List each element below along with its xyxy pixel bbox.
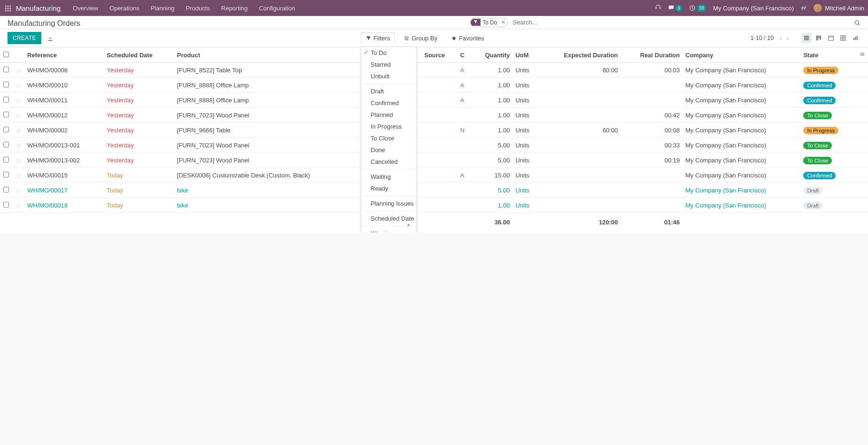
cell-uom: Units bbox=[512, 108, 539, 123]
menu-configuration[interactable]: Configuration bbox=[254, 2, 300, 15]
table-row[interactable]: ☆WH/MO/00012Yesterday[FURN_7023] Wood Pa… bbox=[0, 108, 868, 123]
cell-state: To Close bbox=[800, 108, 856, 123]
debug-icon[interactable] bbox=[800, 5, 807, 11]
support-icon[interactable] bbox=[655, 5, 661, 11]
star-icon[interactable]: ☆ bbox=[16, 172, 22, 179]
filter-item[interactable]: Warnings bbox=[361, 228, 417, 233]
cell-reference: WH/MO/00018 bbox=[24, 198, 104, 213]
app-brand[interactable]: Manufacturing bbox=[16, 4, 61, 12]
table-row[interactable]: ☆WH/MO/00015Today[DESK0006] Customizable… bbox=[0, 168, 868, 183]
row-checkbox[interactable] bbox=[3, 97, 9, 102]
row-checkbox[interactable] bbox=[3, 67, 9, 72]
favorites-toggle[interactable]: Favorites bbox=[446, 32, 489, 44]
star-icon[interactable]: ☆ bbox=[16, 67, 22, 74]
filter-item[interactable]: Ready bbox=[361, 183, 417, 194]
row-checkbox[interactable] bbox=[3, 112, 9, 117]
messages-icon[interactable]: 9 bbox=[668, 5, 683, 12]
filter-item[interactable]: Confirmed bbox=[361, 97, 417, 109]
star-icon[interactable]: ☆ bbox=[16, 127, 22, 134]
col-uom[interactable]: UoM bbox=[512, 47, 539, 63]
menu-planning[interactable]: Planning bbox=[146, 2, 179, 15]
table-row[interactable]: ☆WH/MO/00013-001Yesterday[FURN_7023] Woo… bbox=[0, 138, 868, 153]
cell-real bbox=[620, 78, 682, 93]
star-icon[interactable]: ☆ bbox=[16, 187, 22, 194]
col-source[interactable]: Source bbox=[421, 47, 457, 63]
table-row[interactable]: ☆WH/MO/00002Yesterday[FURN_9666] TableN1… bbox=[0, 123, 868, 138]
state-badge: Draft bbox=[803, 202, 822, 209]
apps-icon[interactable] bbox=[4, 4, 12, 12]
menu-overview[interactable]: Overview bbox=[68, 2, 103, 15]
star-icon[interactable]: ☆ bbox=[16, 142, 22, 149]
create-button[interactable]: CREATE bbox=[8, 32, 41, 44]
filter-item[interactable]: In Progress bbox=[361, 121, 417, 132]
col-quantity[interactable]: Quantity bbox=[471, 47, 512, 63]
row-checkbox[interactable] bbox=[3, 127, 9, 132]
table-row[interactable]: ☆WH/MO/00018Todaybike1.00UnitsMy Company… bbox=[0, 198, 868, 213]
view-list-icon[interactable] bbox=[801, 33, 812, 43]
optional-columns-toggle[interactable] bbox=[856, 47, 868, 63]
user-menu[interactable]: Mitchell Admin bbox=[814, 4, 864, 12]
filter-item[interactable]: Planning Issues bbox=[361, 198, 417, 209]
select-all-checkbox[interactable] bbox=[3, 52, 9, 57]
view-pivot-icon[interactable] bbox=[838, 33, 848, 43]
filter-item[interactable]: Unbuilt bbox=[361, 70, 417, 82]
view-calendar-icon[interactable] bbox=[826, 33, 836, 43]
cell-product: [FURN_7023] Wood Panel bbox=[174, 153, 364, 168]
search-icon[interactable] bbox=[854, 18, 860, 26]
col-reference[interactable]: Reference bbox=[24, 47, 104, 63]
star-icon[interactable]: ☆ bbox=[16, 97, 22, 104]
menu-reporting[interactable]: Reporting bbox=[217, 2, 252, 15]
filter-item[interactable]: To Do bbox=[361, 47, 417, 59]
company-switcher[interactable]: My Company (San Francisco) bbox=[713, 5, 794, 12]
messages-badge: 9 bbox=[675, 5, 683, 12]
state-badge: To Close bbox=[803, 157, 832, 164]
filter-item[interactable]: Cancelled bbox=[361, 156, 417, 168]
state-badge: Confirmed bbox=[803, 172, 836, 179]
star-icon[interactable]: ☆ bbox=[16, 82, 22, 89]
pager-text[interactable]: 1-10 / 10 bbox=[751, 35, 774, 41]
row-checkbox[interactable] bbox=[3, 202, 9, 207]
col-real[interactable]: Real Duration bbox=[620, 47, 682, 63]
col-scheduled[interactable]: Scheduled Date bbox=[104, 47, 174, 63]
col-company[interactable]: Company bbox=[682, 47, 800, 63]
row-checkbox[interactable] bbox=[3, 142, 9, 147]
pager-prev[interactable]: ‹ bbox=[778, 34, 783, 42]
cell-availability bbox=[457, 153, 471, 168]
search-facet-remove[interactable]: ✕ bbox=[500, 19, 508, 25]
col-product[interactable]: Product bbox=[174, 47, 364, 63]
filters-toggle[interactable]: Filters bbox=[361, 32, 395, 44]
filter-item[interactable]: Waiting bbox=[361, 171, 417, 183]
table-row[interactable]: ☆WH/MO/00008Yesterday[FURN_8522] Table T… bbox=[0, 63, 868, 78]
col-expected[interactable]: Expected Duration bbox=[539, 47, 620, 63]
view-graph-icon[interactable] bbox=[850, 33, 860, 43]
star-icon[interactable]: ☆ bbox=[16, 202, 22, 209]
menu-products[interactable]: Products bbox=[181, 2, 214, 15]
filter-item[interactable]: Starred bbox=[361, 59, 417, 70]
filter-item[interactable]: To Close bbox=[361, 132, 417, 144]
filter-item[interactable]: Planned bbox=[361, 109, 417, 121]
table-row[interactable]: ☆WH/MO/00013-002Yesterday[FURN_7023] Woo… bbox=[0, 153, 868, 168]
cell-scheduled: Today bbox=[104, 198, 174, 213]
row-checkbox[interactable] bbox=[3, 82, 9, 87]
col-component[interactable]: C bbox=[457, 47, 471, 63]
import-button[interactable] bbox=[47, 34, 54, 42]
table-row[interactable]: ☆WH/MO/00010Yesterday[FURN_8888] Office … bbox=[0, 78, 868, 93]
star-icon[interactable]: ☆ bbox=[16, 112, 22, 119]
activities-icon[interactable]: 38 bbox=[689, 5, 706, 12]
pager-next[interactable]: › bbox=[785, 34, 790, 42]
filter-item[interactable]: Done bbox=[361, 144, 417, 156]
groupby-toggle[interactable]: Group By bbox=[399, 32, 442, 44]
star-icon[interactable]: ☆ bbox=[16, 157, 22, 164]
col-state[interactable]: State bbox=[800, 47, 856, 63]
row-checkbox[interactable] bbox=[3, 187, 9, 192]
filter-item[interactable]: Draft bbox=[361, 85, 417, 97]
search-tools: Filters To DoStarredUnbuiltDraftConfirme… bbox=[361, 32, 489, 44]
search-input[interactable] bbox=[511, 17, 614, 27]
row-checkbox[interactable] bbox=[3, 172, 9, 177]
view-kanban-icon[interactable] bbox=[814, 33, 824, 43]
filter-item[interactable]: Scheduled Date▸ bbox=[361, 213, 417, 224]
table-row[interactable]: ☆WH/MO/00011Yesterday[FURN_8888] Office … bbox=[0, 93, 868, 108]
table-row[interactable]: ☆WH/MO/00017Todaybike5.00UnitsMy Company… bbox=[0, 183, 868, 198]
menu-operations[interactable]: Operations bbox=[105, 2, 144, 15]
row-checkbox[interactable] bbox=[3, 157, 9, 162]
